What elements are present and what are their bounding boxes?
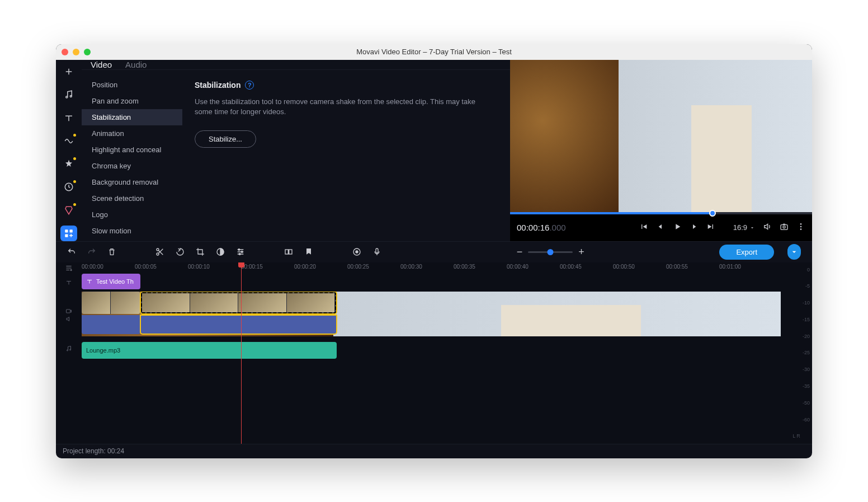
export-button[interactable]: Export (719, 245, 774, 260)
prev-clip-button[interactable] (639, 222, 648, 233)
svg-point-10 (800, 228, 802, 230)
statusbar: Project length: 00:24 (56, 444, 812, 458)
svg-point-14 (238, 249, 240, 251)
sub-pan-zoom[interactable]: Pan and zoom (82, 93, 182, 109)
music-clip-label: Lounge.mp3 (86, 347, 120, 354)
tab-audio[interactable]: Audio (125, 60, 147, 69)
add-track-button[interactable] (56, 262, 82, 274)
video-clip-2[interactable] (140, 292, 337, 314)
timeline-ruler[interactable]: 00:00:0000:00:0500:00:1000:00:1500:00:20… (82, 262, 781, 274)
scrub-handle[interactable] (709, 210, 716, 217)
zoom-slider[interactable] (528, 251, 573, 253)
left-rail (56, 60, 82, 241)
more-tools-button[interactable] (60, 226, 77, 241)
svg-rect-6 (781, 224, 787, 229)
video-tools-list: Position Pan and zoom Stabilization Anim… (82, 70, 182, 246)
preview-menu-button[interactable] (796, 222, 805, 233)
timeline-toolbar: − + Export (56, 241, 812, 262)
audio-meters: 0-5-10-15-20-25-30-35-50-60L R (781, 262, 812, 444)
sub-animation[interactable]: Animation (82, 125, 182, 142)
crop-button[interactable] (196, 247, 205, 256)
svg-rect-18 (289, 250, 292, 254)
titles-button[interactable] (60, 110, 77, 125)
stabilize-button[interactable]: Stabilize... (195, 130, 256, 148)
record-audio-button[interactable] (372, 247, 381, 256)
help-icon[interactable]: ? (245, 81, 254, 90)
sub-chroma-key[interactable]: Chroma key (82, 158, 182, 174)
undo-button[interactable] (67, 247, 76, 256)
volume-button[interactable] (763, 222, 772, 233)
svg-point-23 (67, 350, 68, 351)
next-clip-button[interactable] (706, 222, 715, 233)
svg-rect-17 (285, 250, 288, 254)
audio-track-head[interactable] (56, 339, 82, 359)
title-track-head[interactable] (56, 274, 82, 292)
color-adjust-button[interactable] (216, 247, 225, 256)
play-button[interactable] (673, 222, 682, 233)
sub-position[interactable]: Position (82, 77, 182, 93)
elements-button[interactable] (60, 203, 77, 218)
export-dropdown-button[interactable] (787, 244, 801, 260)
panel-tabs: Video Audio (82, 60, 510, 70)
rotate-button[interactable] (176, 247, 185, 256)
svg-point-0 (66, 96, 68, 98)
video-clip-1[interactable] (82, 292, 140, 314)
transition-wizard-button[interactable] (284, 247, 293, 256)
zoom-out-button[interactable]: − (517, 246, 523, 258)
tab-video[interactable]: Video (91, 60, 112, 69)
sub-logo[interactable]: Logo (82, 207, 182, 223)
prev-frame-button[interactable] (656, 222, 665, 233)
sub-scene-detection[interactable]: Scene detection (82, 190, 182, 207)
content-description: Use the stabilization tool to remove cam… (195, 97, 485, 117)
video-track-head[interactable] (56, 292, 82, 339)
svg-rect-4 (70, 229, 73, 232)
sub-highlight-conceal[interactable]: Highlight and conceal (82, 142, 182, 158)
snapshot-button[interactable] (780, 222, 789, 233)
stickers-button[interactable] (60, 180, 77, 195)
clip-properties-button[interactable] (236, 247, 245, 256)
svg-point-8 (800, 223, 802, 225)
preview-scrubber[interactable] (510, 212, 812, 214)
content-heading: Stabilization ? (195, 81, 254, 90)
next-frame-button[interactable] (690, 222, 699, 233)
split-button[interactable] (155, 247, 164, 256)
redo-button[interactable] (87, 247, 96, 256)
svg-point-20 (356, 251, 358, 253)
title-clip[interactable]: Test Video Th (82, 274, 140, 289)
titlebar: Movavi Video Editor – 7-Day Trial Versio… (56, 44, 812, 60)
svg-point-24 (70, 349, 71, 350)
svg-point-1 (70, 96, 72, 97)
timecode-main: 00:00:16 (517, 223, 549, 232)
svg-rect-5 (65, 234, 68, 237)
preview-pane: 00:00:16.000 16:9 (510, 60, 812, 241)
aspect-ratio-selector[interactable]: 16:9 (733, 223, 755, 232)
window-title: Movavi Video Editor – 7-Day Trial Versio… (56, 48, 812, 56)
svg-point-11 (157, 248, 159, 251)
timecode: 00:00:16.000 (517, 223, 566, 233)
svg-point-16 (239, 254, 240, 255)
video-audio-1[interactable] (82, 315, 140, 334)
import-media-button[interactable] (60, 64, 77, 79)
timecode-ms: .000 (549, 223, 565, 232)
transitions-button[interactable] (60, 133, 77, 148)
audio-library-button[interactable] (60, 87, 77, 102)
svg-point-7 (783, 226, 785, 228)
delete-button[interactable] (107, 247, 116, 256)
svg-point-15 (241, 251, 243, 253)
svg-point-12 (157, 253, 159, 255)
preview-video[interactable] (510, 60, 812, 212)
record-video-button[interactable] (352, 247, 361, 256)
zoom-in-button[interactable]: + (578, 246, 584, 258)
svg-rect-22 (67, 309, 70, 313)
effects-button[interactable] (60, 157, 77, 172)
sub-stabilization[interactable]: Stabilization (82, 109, 182, 125)
heading-text: Stabilization (195, 81, 240, 90)
project-length: Project length: 00:24 (63, 447, 124, 455)
title-clip-label: Test Video Th (96, 278, 134, 285)
video-audio-2[interactable] (140, 315, 337, 334)
sub-slow-motion[interactable]: Slow motion (82, 223, 182, 239)
playhead[interactable] (241, 262, 242, 444)
marker-button[interactable] (304, 247, 313, 256)
sub-background-removal[interactable]: Background removal (82, 174, 182, 190)
music-clip[interactable]: Lounge.mp3 (82, 342, 337, 359)
